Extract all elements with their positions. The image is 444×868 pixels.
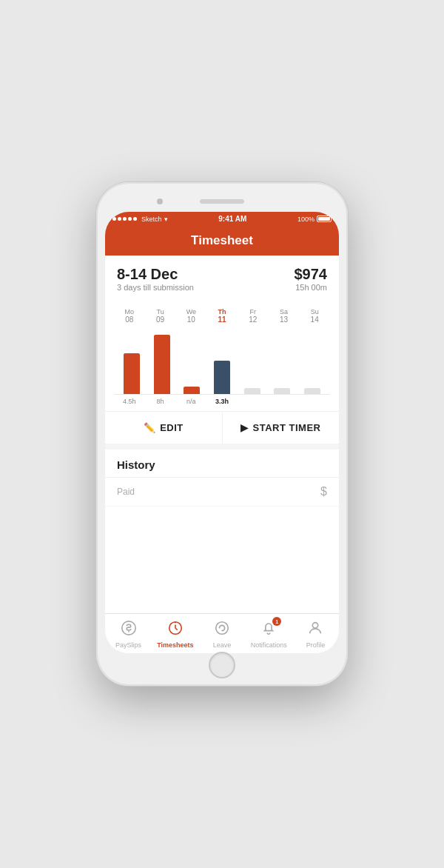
bar-col-1 [147,328,178,394]
play-icon: ▶ [240,422,249,433]
dollar-icon: $ [320,485,327,498]
history-section: History Paid $ [105,450,339,613]
edit-icon: ✏️ [144,422,156,433]
tab-notifications[interactable]: 1Notifications [246,618,292,650]
bar-label-1: 8h [145,398,176,405]
timesheets-icon [167,620,184,640]
bar-label-2: n/a [175,398,206,405]
bar-label-3: 3.3h [206,398,238,405]
action-bar: ✏️ EDIT ▶ START TIMER [105,411,339,444]
edit-button[interactable]: ✏️ EDIT [105,412,223,444]
bar-col-6 [297,328,327,394]
payslips-icon [121,620,137,640]
bar-3 [214,361,230,394]
history-label: Paid [117,487,135,497]
leave-icon [214,620,230,640]
tab-bar: PaySlipsTimesheetsLeave1NotificationsPro… [105,613,339,653]
notifications-label: Notifications [251,641,287,649]
tab-leave[interactable]: Leave [198,618,245,650]
main-content: 8-14 Dec 3 days till submission $974 15h… [105,256,339,613]
phone-camera [157,198,163,204]
carrier-label: Sketch [141,216,162,223]
tab-timesheets[interactable]: Timesheets [152,618,198,650]
chart-day-10: We 10 [175,308,206,324]
svg-point-0 [121,621,135,635]
tab-payslips[interactable]: PaySlips [105,618,152,650]
bar-col-3 [207,328,238,394]
bar-label-5 [269,398,300,405]
svg-point-4 [313,623,318,628]
phone-bottom [105,653,339,677]
bar-5 [274,388,290,394]
bar-label-6 [299,398,330,405]
phone-screen: Sketch ▾ 9:41 AM 100% Timesheet 8-14 Dec [105,212,339,653]
days-till: 3 days till submission [117,283,194,292]
status-bar: Sketch ▾ 9:41 AM 100% [105,212,339,226]
timesheets-label: Timesheets [157,641,193,649]
chart-day-14: Su 14 [299,308,330,324]
date-range: 8-14 Dec [117,266,194,283]
svg-point-2 [175,621,176,623]
profile-label: Profile [306,641,326,649]
home-button[interactable] [209,652,235,678]
bar-2 [184,387,200,394]
summary-card: 8-14 Dec 3 days till submission $974 15h… [105,256,339,301]
bar-label-4 [238,398,269,405]
leave-label: Leave [213,641,232,649]
history-title: History [105,450,339,478]
start-timer-button[interactable]: ▶ START TIMER [223,412,340,444]
notifications-badge: 1 [272,617,281,626]
phone-outer: Sketch ▾ 9:41 AM 100% Timesheet 8-14 Dec [96,182,348,686]
svg-point-3 [216,622,229,635]
status-time: 9:41 AM [218,215,246,223]
bar-col-4 [237,328,267,394]
bar-4 [244,388,260,394]
chart-day-13: Sa 13 [269,308,300,324]
bar-col-2 [177,328,207,394]
bar-0 [124,353,140,394]
bar-6 [304,388,320,394]
bar-col-0 [117,328,147,394]
chart-section: Mo 08 Tu 09 We 10 Th 11 Fr 12 Sa 13 Su 1… [105,301,339,411]
payslips-label: PaySlips [115,641,141,649]
notifications-icon: 1 [260,620,277,640]
section-spacer [105,444,339,450]
app-title: Timesheet [191,233,253,247]
app-header: Timesheet [105,226,339,256]
bar-1 [154,335,170,394]
chart-day-08: Mo 08 [114,308,145,324]
chart-day-12: Fr 12 [238,308,269,324]
amount: $974 [295,266,328,283]
status-right: 100% [297,216,332,223]
profile-icon [307,620,323,640]
status-left: Sketch ▾ [112,216,168,223]
chart-day-11: Th 11 [206,308,238,324]
bar-col-5 [267,328,297,394]
phone-top [105,191,339,212]
history-row: Paid $ [105,478,339,507]
battery-label: 100% [297,216,314,223]
hours-total: 15h 00m [295,283,328,292]
chart-day-09: Tu 09 [145,308,176,324]
phone-speaker [200,199,244,204]
wifi-icon: ▾ [164,216,168,223]
bar-label-0: 4.5h [114,398,145,405]
tab-profile[interactable]: Profile [292,618,339,650]
